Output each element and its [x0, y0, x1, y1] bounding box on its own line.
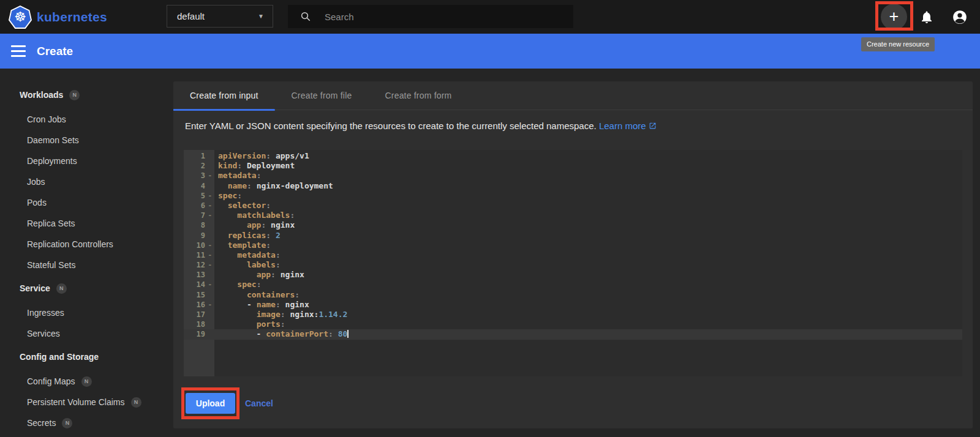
new-badge: N — [69, 90, 80, 100]
cancel-button[interactable]: Cancel — [245, 393, 273, 414]
tab-create-from-form[interactable]: Create from form — [368, 81, 468, 110]
code-line-14: 14- spec: — [184, 280, 962, 289]
sidebar-item-persistent-volume-claims[interactable]: Persistent Volume ClaimsN — [0, 392, 172, 413]
sidebar-item-jobs[interactable]: Jobs — [0, 171, 172, 192]
upload-button[interactable]: Upload — [186, 393, 235, 414]
code-line-12: 12- labels: — [184, 260, 962, 270]
line-number: 8 — [184, 220, 214, 230]
code-line-13: 13 app: nginx — [184, 270, 962, 280]
code-line-10: 10- template: — [184, 241, 962, 250]
line-number: 5- — [184, 191, 214, 201]
tab-create-from-input[interactable]: Create from input — [173, 81, 275, 110]
brand-title: kubernetes — [37, 0, 107, 34]
code-line-16: 16- - name: nginx — [184, 300, 962, 310]
line-number: 10- — [184, 241, 214, 250]
sidebar-item-cron-jobs[interactable]: Cron Jobs — [0, 109, 172, 130]
line-number: 3- — [184, 171, 214, 181]
page-title: Create — [37, 34, 73, 69]
code-line-3: 3-metadata: — [184, 171, 962, 181]
editor-lines: 1apiVersion: apps/v12kind: Deployment3-m… — [184, 151, 962, 340]
sidebar-header-config-and-storage: Config and Storage — [0, 346, 172, 367]
new-badge: N — [131, 397, 141, 408]
line-number: 2 — [184, 161, 214, 171]
new-badge: N — [56, 283, 67, 294]
sidebar-item-pods[interactable]: Pods — [0, 192, 172, 213]
line-number: 9 — [184, 231, 214, 241]
new-badge: N — [81, 376, 92, 387]
line-number: 13 — [184, 270, 214, 280]
yaml-editor[interactable]: 1apiVersion: apps/v12kind: Deployment3-m… — [184, 150, 962, 376]
line-number: 7- — [184, 211, 214, 220]
line-number: 18 — [184, 319, 214, 329]
namespace-selector[interactable]: default ▼ — [167, 5, 273, 28]
fold-marker-icon[interactable]: - — [208, 201, 212, 211]
code-line-17: 17 image: nginx:1.14.2 — [184, 310, 962, 319]
menu-icon[interactable] — [11, 45, 26, 57]
text-cursor — [347, 330, 349, 338]
search-bar[interactable] — [288, 5, 573, 28]
sidebar-header-service: ServiceN — [0, 278, 172, 299]
fold-marker-icon[interactable]: - — [208, 260, 212, 270]
sidebar-item-replication-controllers[interactable]: Replication Controllers — [0, 234, 172, 255]
create-card: Create from inputCreate from fileCreate … — [173, 81, 973, 428]
sidebar-item-deployments[interactable]: Deployments — [0, 151, 172, 171]
sidebar-header-workloads: WorkloadsN — [0, 84, 172, 105]
kubernetes-logo-icon[interactable]: ☸ — [9, 6, 32, 29]
fold-marker-icon[interactable]: - — [208, 171, 212, 181]
fold-marker-icon[interactable]: - — [208, 300, 212, 310]
tooltip: Create new resource — [861, 37, 935, 51]
code-line-9: 9 replicas: 2 — [184, 231, 962, 241]
learn-more-link[interactable]: Learn more — [599, 121, 657, 131]
line-number: 11- — [184, 250, 214, 260]
sidebar-item-services[interactable]: Services — [0, 323, 172, 344]
sidebar-item-daemon-sets[interactable]: Daemon Sets — [0, 130, 172, 151]
code-line-6: 6- selector: — [184, 201, 962, 211]
code-line-5: 5-spec: — [184, 191, 962, 201]
line-number: 16- — [184, 300, 214, 310]
account-circle-icon — [952, 9, 968, 25]
code-line-7: 7- matchLabels: — [184, 211, 962, 220]
bell-icon — [919, 10, 934, 24]
open-in-new-icon — [649, 122, 657, 130]
code-line-4: 4 name: nginx-deployment — [184, 181, 962, 191]
line-number: 6- — [184, 201, 214, 211]
new-badge: N — [62, 418, 72, 428]
namespace-selected-value: default — [177, 11, 205, 21]
code-line-11: 11- metadata: — [184, 250, 962, 260]
line-number: 1 — [184, 151, 214, 161]
sidebar-item-config-maps[interactable]: Config MapsN — [0, 371, 172, 392]
code-line-2: 2kind: Deployment — [184, 161, 962, 171]
top-bar: ☸ kubernetes default ▼ + — [0, 0, 980, 34]
notifications-button[interactable] — [913, 4, 940, 30]
account-button[interactable] — [946, 4, 973, 30]
sidebar-item-ingresses[interactable]: Ingresses — [0, 302, 172, 323]
tab-bar: Create from inputCreate from fileCreate … — [173, 81, 973, 110]
fold-marker-icon[interactable]: - — [208, 211, 212, 220]
line-number: 15 — [184, 290, 214, 300]
tab-create-from-file[interactable]: Create from file — [275, 81, 369, 110]
code-line-19: 19 - containerPort: 80 — [184, 329, 962, 339]
code-line-15: 15 containers: — [184, 290, 962, 300]
search-icon — [300, 11, 311, 22]
chevron-down-icon: ▼ — [258, 13, 264, 20]
sidebar-item-replica-sets[interactable]: Replica Sets — [0, 213, 172, 234]
fold-marker-icon[interactable]: - — [208, 241, 212, 250]
sidebar-item-stateful-sets[interactable]: Stateful Sets — [0, 255, 172, 275]
fold-marker-icon[interactable]: - — [208, 191, 212, 201]
line-number: 4 — [184, 181, 214, 191]
line-number: 12- — [184, 260, 214, 270]
fold-marker-icon[interactable]: - — [208, 280, 212, 289]
line-number: 19 — [184, 329, 214, 339]
sidebar-item-secrets[interactable]: SecretsN — [0, 413, 172, 433]
line-number: 14- — [184, 280, 214, 289]
line-number: 17 — [184, 310, 214, 319]
code-line-18: 18 ports: — [184, 319, 962, 329]
code-line-1: 1apiVersion: apps/v1 — [184, 151, 962, 161]
active-tab-indicator — [173, 109, 275, 111]
create-new-resource-button[interactable]: + — [881, 4, 907, 30]
code-line-8: 8 app: nginx — [184, 220, 962, 230]
fold-marker-icon[interactable]: - — [208, 250, 212, 260]
editor-description: Enter YAML or JSON content specifying th… — [185, 121, 657, 131]
search-input[interactable] — [325, 12, 545, 22]
app-bar: Create — [0, 34, 980, 69]
